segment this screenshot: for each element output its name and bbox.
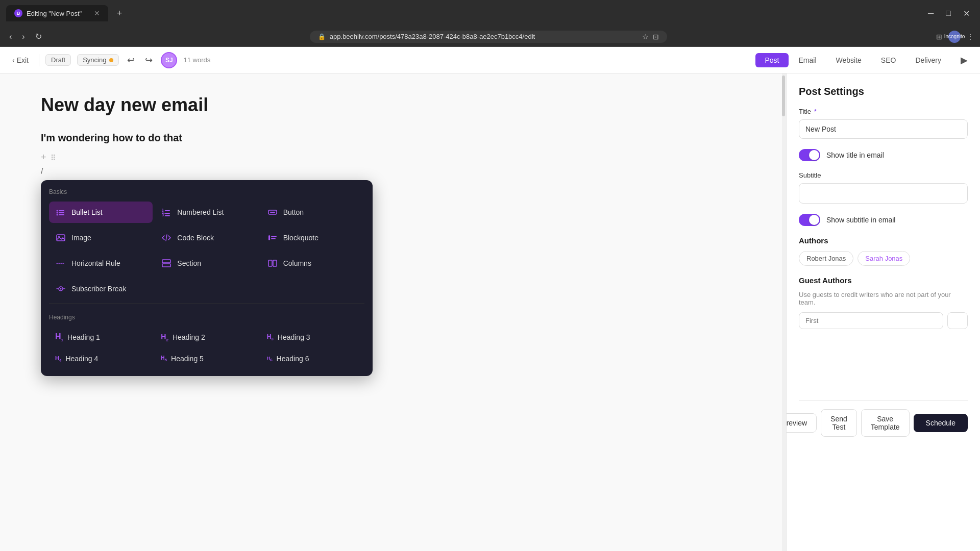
schedule-button[interactable]: Schedule <box>914 414 968 432</box>
address-bar-actions: ☆ ⊡ <box>642 33 659 41</box>
subtitle-field-label: Subtitle <box>799 171 968 179</box>
title-input[interactable] <box>799 119 968 139</box>
add-block-button[interactable]: + <box>41 152 46 163</box>
collapse-panel-button[interactable]: ▶ <box>957 53 972 68</box>
bookmark-button[interactable]: ☆ <box>642 33 649 41</box>
browser-chrome: B Editing "New Post" ✕ + ─ □ ✕ <box>0 0 980 27</box>
toolbar-divider-1 <box>39 54 39 66</box>
schedule-label: Schedule <box>926 419 955 427</box>
title-field-label: Title * <box>799 108 968 115</box>
tab-favicon: B <box>14 9 22 17</box>
dropdown-item-subscriber-break[interactable]: Subscriber Break <box>49 278 153 299</box>
h1-icon: H1 <box>55 332 63 342</box>
dropdown-label-image: Image <box>71 234 91 242</box>
dropdown-item-heading-5[interactable]: H5 Heading 5 <box>155 349 258 368</box>
exit-button[interactable]: ‹ Exit <box>8 54 33 66</box>
h5-icon: H5 <box>161 355 167 362</box>
svg-rect-21 <box>162 260 170 263</box>
browser-tab[interactable]: B Editing "New Post" ✕ <box>6 5 108 21</box>
dropdown-label-blockquote: Blockquote <box>283 234 318 242</box>
address-bar[interactable]: 🔒 app.beehiiv.com/posts/478a23a8-2087-42… <box>310 31 667 43</box>
author-chip-sarah[interactable]: Sarah Jonas <box>857 251 910 266</box>
save-template-button[interactable]: Save Template <box>861 409 910 437</box>
dropdown-item-heading-6[interactable]: H6 Heading 6 <box>261 349 364 368</box>
dropdown-item-button[interactable]: Button <box>261 202 364 223</box>
show-subtitle-label: Show subtitle in email <box>826 216 895 224</box>
svg-point-4 <box>57 214 58 216</box>
tab-post[interactable]: Post <box>755 53 788 67</box>
author-chip-robert[interactable]: Robert Jonas <box>799 251 853 266</box>
editor-subtitle[interactable]: I'm wondering how to do that <box>41 132 745 144</box>
dropdown-item-heading-2[interactable]: H2 Heading 2 <box>155 327 258 347</box>
exit-label: Exit <box>17 56 29 64</box>
guest-last-name-input[interactable] <box>947 312 968 329</box>
editor-scrollbar[interactable] <box>782 73 786 551</box>
account-button[interactable]: Incognito <box>948 31 961 43</box>
window-controls: ─ □ ✕ <box>924 7 974 20</box>
draft-badge[interactable]: Draft <box>45 54 71 66</box>
menu-button[interactable]: ⋮ <box>967 33 974 41</box>
forward-button[interactable]: › <box>19 30 28 43</box>
dropdown-item-blockquote[interactable]: Blockquote <box>261 227 364 248</box>
slash-command[interactable]: / <box>41 167 745 176</box>
guest-first-name-input[interactable] <box>799 312 943 329</box>
tab-close-button[interactable]: ✕ <box>94 9 100 17</box>
send-test-button[interactable]: Send Test <box>821 409 857 437</box>
dropdown-item-heading-1[interactable]: H1 Heading 1 <box>49 327 153 347</box>
reload-button[interactable]: ↻ <box>32 30 45 43</box>
authors-row: Robert Jonas Sarah Jonas <box>799 251 968 266</box>
tab-delivery[interactable]: Delivery <box>906 53 950 67</box>
sync-label: Syncing <box>83 56 106 64</box>
dropdown-item-section[interactable]: Section <box>155 253 258 274</box>
dropdown-item-numbered-list[interactable]: 1.2.3. Numbered List <box>155 202 258 223</box>
svg-rect-18 <box>271 236 277 237</box>
numbered-list-icon: 1.2.3. <box>161 207 172 218</box>
dropdown-item-heading-4[interactable]: H4 Heading 4 <box>49 349 153 368</box>
new-tab-button[interactable]: + <box>112 6 127 20</box>
heading-6-label: Heading 6 <box>277 355 309 363</box>
svg-rect-13 <box>270 212 275 213</box>
tab-seo[interactable]: SEO <box>872 53 905 67</box>
block-dropdown-menu: Basics Bullet List 1.2.3. Numbered List <box>41 180 373 376</box>
editor-area[interactable]: New day new email I'm wondering how to d… <box>0 73 786 551</box>
back-button[interactable]: ‹ <box>6 30 15 43</box>
show-title-toggle[interactable] <box>799 149 820 161</box>
dropdown-item-image[interactable]: Image <box>49 227 153 248</box>
dropdown-item-bullet-list[interactable]: Bullet List <box>49 202 153 223</box>
dropdown-label-horizontal-rule: Horizontal Rule <box>71 259 120 267</box>
tab-website[interactable]: Website <box>827 53 871 67</box>
editor-main-title[interactable]: New day new email <box>41 94 745 116</box>
dropdown-item-columns[interactable]: Columns <box>261 253 364 274</box>
toolbar-tabs: Post Email Website SEO Delivery <box>755 53 950 67</box>
camera-button[interactable]: ⊡ <box>653 33 659 41</box>
show-subtitle-toggle[interactable] <box>799 214 820 226</box>
close-button[interactable]: ✕ <box>959 7 974 20</box>
user-avatar[interactable]: SJ <box>161 52 177 68</box>
dropdown-label-subscriber-break: Subscriber Break <box>71 285 126 293</box>
dropdown-item-horizontal-rule[interactable]: Horizontal Rule <box>49 253 153 274</box>
dropdown-item-heading-3[interactable]: H3 Heading 3 <box>261 327 364 347</box>
subtitle-form-group: Subtitle <box>799 171 968 204</box>
svg-rect-22 <box>162 264 170 267</box>
sync-dot-icon <box>109 58 113 62</box>
redo-button[interactable]: ↪ <box>143 53 155 68</box>
headings-grid: H1 Heading 1 H2 Heading 2 H3 Heading 3 H… <box>49 327 364 368</box>
maximize-button[interactable]: □ <box>942 7 955 20</box>
image-icon <box>55 232 66 243</box>
right-panel: Post Settings Title * Show title in emai… <box>786 73 980 551</box>
svg-rect-11 <box>165 215 170 216</box>
authors-section-title: Authors <box>799 236 968 245</box>
show-title-toggle-row: Show title in email <box>799 149 968 161</box>
minimize-button[interactable]: ─ <box>924 7 938 20</box>
subtitle-input[interactable] <box>799 183 968 204</box>
scrollbar-thumb[interactable] <box>782 76 785 116</box>
dropdown-item-code-block[interactable]: Code Block <box>155 227 258 248</box>
drag-block-button[interactable]: ⠿ <box>51 154 56 162</box>
preview-button[interactable]: 👁 Preview <box>786 413 817 433</box>
extensions-button[interactable]: ⊞ <box>936 33 942 41</box>
lock-icon: 🔒 <box>318 33 326 40</box>
svg-point-2 <box>57 212 58 214</box>
undo-button[interactable]: ↩ <box>125 53 137 68</box>
tab-email[interactable]: Email <box>790 53 826 67</box>
dropdown-label-section: Section <box>177 259 201 267</box>
